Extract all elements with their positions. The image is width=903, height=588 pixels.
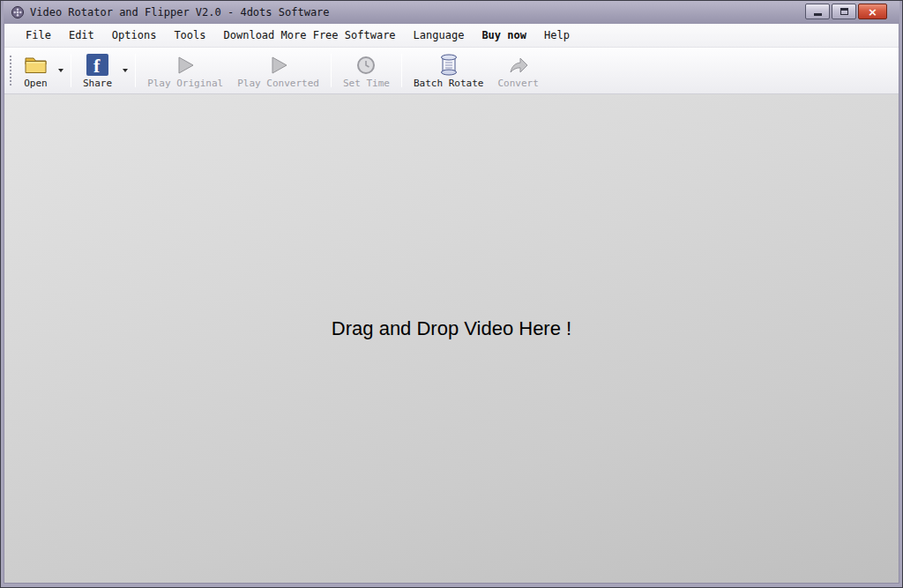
toolbar-separator: [71, 54, 71, 87]
convert-label: Convert: [497, 78, 538, 89]
clock-icon: [355, 53, 377, 77]
toolbar-grip[interactable]: [8, 54, 13, 87]
share-button[interactable]: f Share: [76, 50, 119, 91]
chevron-down-icon: [123, 69, 128, 72]
chevron-down-icon: [58, 69, 63, 72]
set-time-button[interactable]: Set Time: [336, 50, 397, 91]
share-group: f Share: [76, 50, 131, 91]
play-icon: [174, 53, 197, 77]
title-bar[interactable]: Video Rotator and Flipper V2.0 - 4dots S…: [4, 1, 899, 24]
toolbar: Open f Share: [4, 48, 899, 94]
toolbar-separator: [135, 54, 136, 87]
menu-tools[interactable]: Tools: [165, 24, 214, 48]
scroll-icon: [438, 53, 459, 77]
menu-download-more-free-software[interactable]: Download More Free Software: [215, 24, 405, 48]
arrow-icon: [507, 53, 530, 77]
drop-area[interactable]: Drag and Drop Video Here !: [4, 94, 899, 583]
play-original-label: Play Original: [147, 78, 223, 89]
folder-icon: [24, 53, 48, 77]
set-time-label: Set Time: [343, 78, 390, 89]
drop-message: Drag and Drop Video Here !: [332, 317, 571, 340]
maximize-button[interactable]: [832, 4, 856, 19]
open-label: Open: [24, 78, 48, 89]
minimize-icon: [814, 13, 822, 16]
app-window: Video Rotator and Flipper V2.0 - 4dots S…: [0, 0, 903, 588]
toolbar-separator: [331, 54, 332, 87]
toolbar-separator: [401, 54, 402, 87]
app-icon: [11, 5, 25, 19]
app-body: File Edit Options Tools Download More Fr…: [4, 24, 899, 584]
menu-buy-now[interactable]: Buy now: [473, 24, 535, 48]
share-dropdown-button[interactable]: [119, 50, 131, 91]
batch-rotate-label: Batch Rotate: [414, 78, 483, 89]
facebook-letter: f: [86, 54, 108, 76]
menu-edit[interactable]: Edit: [60, 24, 103, 48]
share-label: Share: [83, 78, 112, 89]
close-icon: ×: [868, 5, 877, 19]
menu-help[interactable]: Help: [535, 24, 578, 48]
maximize-icon: [840, 8, 848, 15]
convert-button[interactable]: Convert: [490, 50, 545, 91]
menu-bar: File Edit Options Tools Download More Fr…: [4, 24, 899, 48]
menu-options[interactable]: Options: [103, 24, 166, 48]
close-button[interactable]: ×: [858, 4, 887, 19]
open-button[interactable]: Open: [17, 50, 55, 91]
batch-rotate-button[interactable]: Batch Rotate: [407, 50, 490, 91]
minimize-button[interactable]: [805, 4, 830, 19]
play-icon: [267, 53, 290, 77]
play-original-button[interactable]: Play Original: [140, 50, 230, 91]
play-converted-label: Play Converted: [237, 78, 319, 89]
open-dropdown-button[interactable]: [55, 50, 66, 91]
menu-file[interactable]: File: [17, 24, 60, 48]
play-converted-button[interactable]: Play Converted: [230, 50, 326, 91]
menu-language[interactable]: Language: [405, 24, 474, 48]
window-title: Video Rotator and Flipper V2.0 - 4dots S…: [30, 6, 330, 19]
open-group: Open: [17, 50, 66, 91]
window-controls: ×: [805, 4, 887, 19]
facebook-icon: f: [86, 53, 108, 77]
